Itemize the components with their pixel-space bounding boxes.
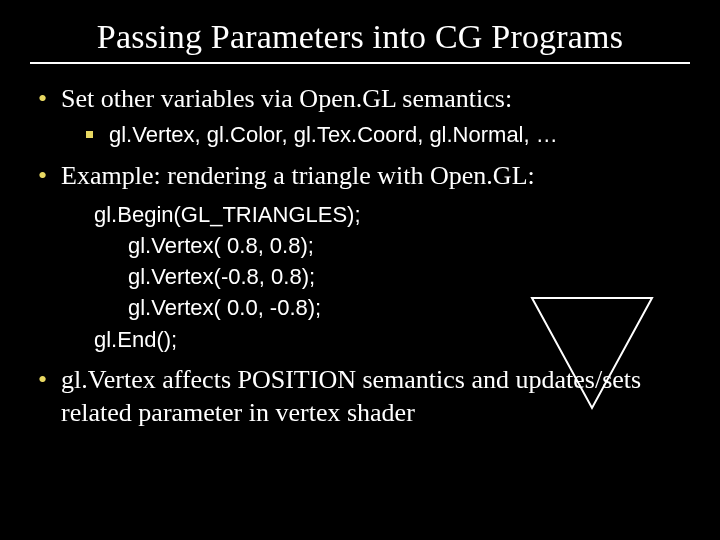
bullet-icon: •: [38, 82, 47, 115]
bullet-2: • Example: rendering a triangle with Ope…: [38, 159, 696, 192]
slide-title: Passing Parameters into CG Programs: [24, 18, 696, 56]
triangle-figure: [522, 288, 662, 418]
subbullet-icon: [86, 131, 93, 138]
svg-marker-0: [532, 298, 652, 408]
slide: Passing Parameters into CG Programs • Se…: [0, 0, 720, 540]
bullet-icon: •: [38, 159, 47, 192]
bullet-1: • Set other variables via Open.GL semant…: [38, 82, 696, 115]
bullet-icon: •: [38, 363, 47, 396]
bullet-2-text: Example: rendering a triangle with Open.…: [61, 159, 535, 192]
code-line-2: gl.Vertex( 0.8, 0.8);: [94, 230, 696, 261]
subbullet-1-text: gl.Vertex, gl.Color, gl.Tex.Coord, gl.No…: [109, 121, 558, 149]
title-underline: [30, 62, 690, 64]
subbullet-1: gl.Vertex, gl.Color, gl.Tex.Coord, gl.No…: [86, 121, 696, 149]
code-line-1: gl.Begin(GL_TRIANGLES);: [94, 199, 696, 230]
bullet-1-text: Set other variables via Open.GL semantic…: [61, 82, 512, 115]
